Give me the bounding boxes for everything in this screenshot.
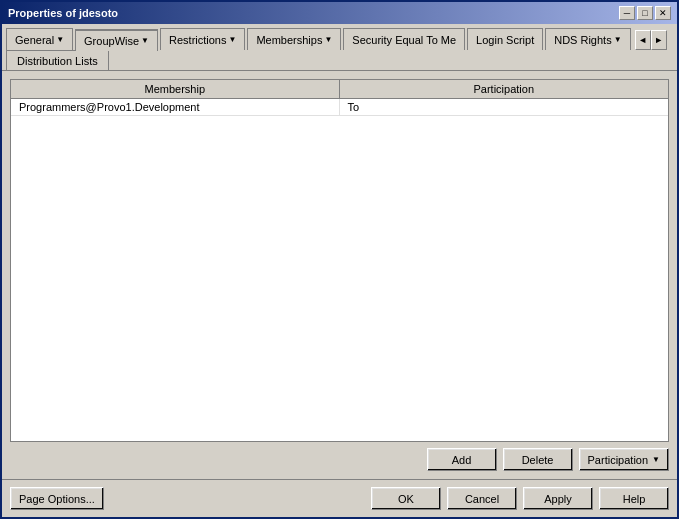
ok-button[interactable]: OK bbox=[371, 487, 441, 510]
tab-memberships-arrow: ▼ bbox=[324, 35, 332, 44]
sub-tab-bar: Distribution Lists bbox=[2, 50, 677, 71]
tab-groupwise-arrow: ▼ bbox=[141, 36, 149, 45]
title-bar-controls: ─ □ ✕ bbox=[619, 6, 671, 20]
tab-restrictions-arrow: ▼ bbox=[228, 35, 236, 44]
tab-security-equal-label: Security Equal To Me bbox=[352, 34, 456, 46]
table-row[interactable]: Programmers@Provo1.Development To bbox=[11, 99, 668, 116]
tab-memberships[interactable]: Memberships ▼ bbox=[247, 28, 341, 50]
cell-participation-0: To bbox=[340, 99, 669, 115]
tab-bar: General ▼ GroupWise ▼ Restrictions ▼ Mem… bbox=[2, 24, 677, 50]
col-header-participation: Participation bbox=[340, 80, 669, 98]
tab-groupwise[interactable]: GroupWise ▼ bbox=[75, 29, 158, 51]
table-header: Membership Participation bbox=[11, 80, 668, 99]
apply-button[interactable]: Apply bbox=[523, 487, 593, 510]
main-window: Properties of jdesoto ─ □ ✕ General ▼ Gr… bbox=[0, 0, 679, 519]
tab-login-script[interactable]: Login Script bbox=[467, 28, 543, 50]
page-options-button[interactable]: Page Options... bbox=[10, 487, 104, 510]
action-button-row: Add Delete Participation ▼ bbox=[10, 448, 669, 471]
tab-nav-arrows: ◄ ► bbox=[635, 30, 667, 50]
window-title: Properties of jdesoto bbox=[8, 7, 118, 19]
col-header-membership: Membership bbox=[11, 80, 340, 98]
tab-general-label: General bbox=[15, 34, 54, 46]
cancel-button[interactable]: Cancel bbox=[447, 487, 517, 510]
tab-memberships-label: Memberships bbox=[256, 34, 322, 46]
footer-left: Page Options... bbox=[10, 487, 104, 510]
tab-groupwise-label: GroupWise bbox=[84, 35, 139, 47]
help-button[interactable]: Help bbox=[599, 487, 669, 510]
tab-login-script-label: Login Script bbox=[476, 34, 534, 46]
sub-tab-distribution-lists-label: Distribution Lists bbox=[17, 55, 98, 67]
tab-security-equal[interactable]: Security Equal To Me bbox=[343, 28, 465, 50]
minimize-button[interactable]: ─ bbox=[619, 6, 635, 20]
add-button[interactable]: Add bbox=[427, 448, 497, 471]
content-area: Membership Participation Programmers@Pro… bbox=[2, 71, 677, 479]
tab-restrictions-label: Restrictions bbox=[169, 34, 226, 46]
table-body: Programmers@Provo1.Development To bbox=[11, 99, 668, 116]
tab-restrictions[interactable]: Restrictions ▼ bbox=[160, 28, 245, 50]
participation-button[interactable]: Participation ▼ bbox=[579, 448, 669, 471]
maximize-button[interactable]: □ bbox=[637, 6, 653, 20]
title-bar: Properties of jdesoto ─ □ ✕ bbox=[2, 2, 677, 24]
tab-nav-left[interactable]: ◄ bbox=[635, 30, 651, 50]
close-button[interactable]: ✕ bbox=[655, 6, 671, 20]
tab-nav-right[interactable]: ► bbox=[651, 30, 667, 50]
tab-general[interactable]: General ▼ bbox=[6, 28, 73, 50]
tab-general-arrow: ▼ bbox=[56, 35, 64, 44]
participation-button-label: Participation bbox=[588, 454, 649, 466]
tab-nds-rights[interactable]: NDS Rights ▼ bbox=[545, 28, 630, 50]
delete-button[interactable]: Delete bbox=[503, 448, 573, 471]
membership-table: Membership Participation Programmers@Pro… bbox=[10, 79, 669, 442]
footer-bar: Page Options... OK Cancel Apply Help bbox=[2, 479, 677, 517]
tab-nds-rights-label: NDS Rights bbox=[554, 34, 611, 46]
sub-tab-distribution-lists[interactable]: Distribution Lists bbox=[6, 50, 109, 70]
cell-membership-0: Programmers@Provo1.Development bbox=[11, 99, 340, 115]
participation-dropdown-arrow: ▼ bbox=[652, 455, 660, 464]
footer-right: OK Cancel Apply Help bbox=[371, 487, 669, 510]
tab-nds-rights-arrow: ▼ bbox=[614, 35, 622, 44]
